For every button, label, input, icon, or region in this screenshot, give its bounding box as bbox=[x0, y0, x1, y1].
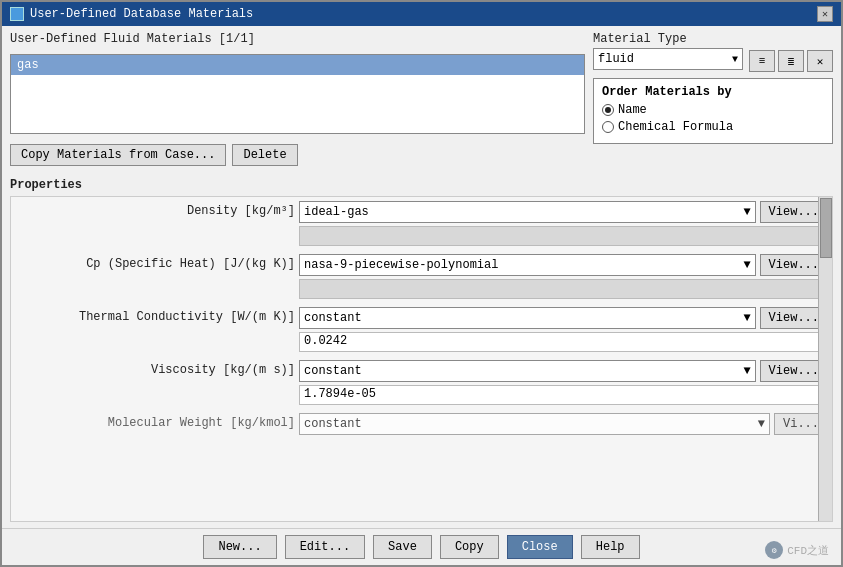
materials-label: User-Defined Fluid Materials [1/1] bbox=[10, 32, 585, 46]
copy-button[interactable]: Copy bbox=[440, 535, 499, 559]
close-dialog-button[interactable]: Close bbox=[507, 535, 573, 559]
type-section: Material Type fluid ▼ bbox=[593, 32, 743, 70]
thermal-input[interactable]: 0.0242 bbox=[299, 332, 828, 352]
cp-controls: nasa-9-piecewise-polynomial ▼ View... bbox=[299, 254, 828, 299]
new-button[interactable]: New... bbox=[203, 535, 276, 559]
thermal-row: Thermal Conductivity [W/(m K)] constant … bbox=[11, 303, 832, 356]
toolbar-btn-1[interactable]: ≡ bbox=[749, 50, 775, 72]
viscosity-input[interactable]: 1.7894e-05 bbox=[299, 385, 828, 405]
radio-formula-icon[interactable] bbox=[602, 121, 614, 133]
thermal-controls: constant ▼ View... 0.0242 bbox=[299, 307, 828, 352]
mol-weight-select[interactable]: constant ▼ bbox=[299, 413, 770, 435]
cp-label: Cp (Specific Heat) [J/(kg K)] bbox=[15, 254, 295, 271]
density-controls: ideal-gas ▼ View... bbox=[299, 201, 828, 246]
dropdown-arrow-icon: ▼ bbox=[732, 54, 738, 65]
thermal-dropdown-row: constant ▼ View... bbox=[299, 307, 828, 329]
main-window: User-Defined Database Materials ✕ User-D… bbox=[0, 0, 843, 567]
density-row: Density [kg/m³] ideal-gas ▼ View... bbox=[11, 197, 832, 250]
window-title: User-Defined Database Materials bbox=[30, 7, 253, 21]
density-select[interactable]: ideal-gas ▼ bbox=[299, 201, 756, 223]
cp-select[interactable]: nasa-9-piecewise-polynomial ▼ bbox=[299, 254, 756, 276]
cfd-logo-text: CFD之道 bbox=[787, 543, 829, 558]
thermal-select[interactable]: constant ▼ bbox=[299, 307, 756, 329]
properties-title: Properties bbox=[10, 178, 833, 192]
mol-weight-label: Molecular Weight [kg/kmol] bbox=[15, 413, 295, 430]
left-panel: User-Defined Fluid Materials [1/1] gas C… bbox=[10, 32, 585, 172]
mol-weight-row: Molecular Weight [kg/kmol] constant ▼ Vi… bbox=[11, 409, 832, 439]
bottom-bar: New... Edit... Save Copy Close Help ⚙ CF… bbox=[2, 528, 841, 565]
density-input[interactable] bbox=[299, 226, 828, 246]
mol-weight-controls: constant ▼ Vi... bbox=[299, 413, 828, 435]
order-materials-title: Order Materials by bbox=[602, 85, 824, 99]
density-label: Density [kg/m³] bbox=[15, 201, 295, 218]
toolbar-buttons: ≡ ≣ ✕ bbox=[749, 50, 833, 72]
radio-name-row[interactable]: Name bbox=[602, 103, 824, 117]
top-section: User-Defined Fluid Materials [1/1] gas C… bbox=[10, 32, 833, 172]
delete-button[interactable]: Delete bbox=[232, 144, 297, 166]
viscosity-select[interactable]: constant ▼ bbox=[299, 360, 756, 382]
density-dropdown-row: ideal-gas ▼ View... bbox=[299, 201, 828, 223]
viscosity-label: Viscosity [kg/(m s)] bbox=[15, 360, 295, 377]
order-materials-box: Order Materials by Name Chemical Formula bbox=[593, 78, 833, 144]
radio-name-label: Name bbox=[618, 103, 647, 117]
edit-button[interactable]: Edit... bbox=[285, 535, 365, 559]
density-value: ideal-gas bbox=[304, 205, 369, 219]
close-button[interactable]: ✕ bbox=[817, 6, 833, 22]
density-arrow-icon: ▼ bbox=[743, 205, 750, 219]
cp-dropdown-row: nasa-9-piecewise-polynomial ▼ View... bbox=[299, 254, 828, 276]
viscosity-controls: constant ▼ View... 1.7894e-05 bbox=[299, 360, 828, 405]
save-button[interactable]: Save bbox=[373, 535, 432, 559]
radio-name-icon[interactable] bbox=[602, 104, 614, 116]
cp-arrow-icon: ▼ bbox=[743, 258, 750, 272]
toolbar-and-type: Material Type fluid ▼ ≡ ≣ ✕ bbox=[593, 32, 833, 72]
window-icon bbox=[10, 7, 24, 21]
copy-materials-button[interactable]: Copy Materials from Case... bbox=[10, 144, 226, 166]
radio-formula-label: Chemical Formula bbox=[618, 120, 733, 134]
mol-weight-value: constant bbox=[304, 417, 362, 431]
properties-section: Properties Density [kg/m³] ideal-gas ▼ V… bbox=[10, 178, 833, 522]
cp-input[interactable] bbox=[299, 279, 828, 299]
viscosity-row: Viscosity [kg/(m s)] constant ▼ View... … bbox=[11, 356, 832, 409]
main-content: User-Defined Fluid Materials [1/1] gas C… bbox=[2, 26, 841, 528]
material-type-label: Material Type bbox=[593, 32, 743, 46]
properties-area[interactable]: Density [kg/m³] ideal-gas ▼ View... bbox=[10, 196, 833, 522]
viscosity-arrow-icon: ▼ bbox=[743, 364, 750, 378]
mol-weight-arrow-icon: ▼ bbox=[758, 417, 765, 431]
scrollbar-thumb[interactable] bbox=[820, 198, 832, 258]
list-item[interactable]: gas bbox=[11, 55, 584, 75]
right-panel: Material Type fluid ▼ ≡ ≣ ✕ Order Materi… bbox=[593, 32, 833, 172]
help-button[interactable]: Help bbox=[581, 535, 640, 559]
material-type-select[interactable]: fluid ▼ bbox=[593, 48, 743, 70]
cfd-logo-icon: ⚙ bbox=[765, 541, 783, 559]
material-type-value: fluid bbox=[598, 52, 634, 66]
scrollbar-track[interactable] bbox=[818, 197, 832, 521]
actions-row: Copy Materials from Case... Delete bbox=[10, 144, 585, 166]
title-bar: User-Defined Database Materials ✕ bbox=[2, 2, 841, 26]
thermal-label: Thermal Conductivity [W/(m K)] bbox=[15, 307, 295, 324]
toolbar-btn-2[interactable]: ≣ bbox=[778, 50, 804, 72]
radio-formula-row[interactable]: Chemical Formula bbox=[602, 120, 824, 134]
thermal-value: constant bbox=[304, 311, 362, 325]
title-bar-left: User-Defined Database Materials bbox=[10, 7, 253, 21]
mol-weight-dropdown-row: constant ▼ Vi... bbox=[299, 413, 828, 435]
viscosity-dropdown-row: constant ▼ View... bbox=[299, 360, 828, 382]
cfd-logo: ⚙ CFD之道 bbox=[765, 541, 829, 559]
viscosity-value: constant bbox=[304, 364, 362, 378]
cp-value: nasa-9-piecewise-polynomial bbox=[304, 258, 498, 272]
toolbar-btn-3[interactable]: ✕ bbox=[807, 50, 833, 72]
materials-list[interactable]: gas bbox=[10, 54, 585, 134]
thermal-arrow-icon: ▼ bbox=[743, 311, 750, 325]
cp-row: Cp (Specific Heat) [J/(kg K)] nasa-9-pie… bbox=[11, 250, 832, 303]
